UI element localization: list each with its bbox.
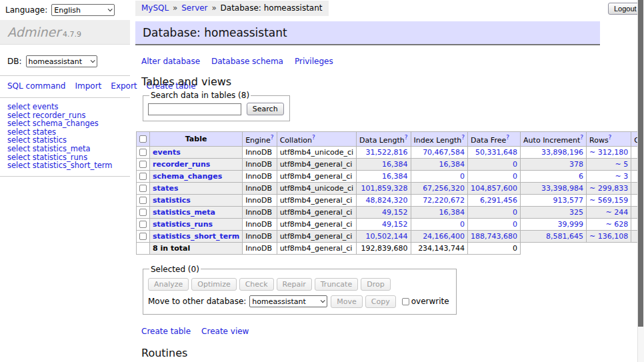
link-create-table[interactable]: Create table [141, 327, 191, 336]
help-link[interactable]: ? [580, 134, 583, 141]
action-link-privileges[interactable]: Privileges [295, 57, 333, 66]
data-length-link[interactable]: 31,522,816 [366, 148, 408, 157]
data-free-link[interactable]: 0 [513, 208, 517, 217]
sidebar-link-sql-command[interactable]: SQL command [7, 81, 65, 91]
action-link-database-schema[interactable]: Database schema [211, 57, 283, 66]
rows-link[interactable]: ~ 299,833 [589, 184, 628, 193]
row-checkbox[interactable] [139, 197, 147, 204]
auto-increment-link[interactable]: 325 [569, 208, 583, 217]
table-name-link[interactable]: events [153, 148, 181, 157]
help-link[interactable]: ? [506, 134, 509, 141]
data-free-link[interactable]: 104,857,600 [471, 184, 517, 193]
vertical-scrollbar-thumb[interactable] [638, 0, 643, 327]
row-checkbox[interactable] [139, 161, 147, 168]
table-name-link[interactable]: states [153, 184, 179, 193]
auto-increment-link[interactable]: 39,999 [558, 220, 584, 229]
routines-heading: Routines [141, 347, 602, 359]
sidebar-select-schema_changes[interactable]: select schema_changes [7, 119, 130, 128]
check-button[interactable]: Check [239, 278, 274, 291]
data-free-link[interactable]: 0 [513, 220, 517, 229]
overwrite-checkbox[interactable] [402, 298, 409, 305]
analyze-button[interactable]: Analyze [148, 278, 189, 291]
table-name-link[interactable]: schema_changes [153, 172, 222, 181]
help-link[interactable]: ? [461, 134, 465, 141]
data-length-link[interactable]: 16,384 [382, 160, 408, 169]
total-data-length-cell: 192,839,680 [357, 242, 411, 254]
data-free-link[interactable]: 0 [513, 172, 517, 181]
breadcrumb-mysql-link[interactable]: MySQL [141, 3, 169, 13]
help-link[interactable]: ? [405, 134, 408, 141]
sidebar-link-import[interactable]: Import [75, 81, 101, 91]
sidebar-select-events[interactable]: select events [7, 103, 130, 111]
index-length-link[interactable]: 0 [460, 220, 465, 229]
move-db-select[interactable]: homeassistant [249, 295, 327, 307]
total-collation-cell: utf8mb4_general_ci [277, 242, 356, 254]
link-create-view[interactable]: Create view [201, 327, 249, 336]
row-checkbox[interactable] [139, 233, 147, 240]
table-name-link[interactable]: statistics_meta [153, 208, 215, 217]
auto-increment-link[interactable]: 6 [579, 172, 583, 181]
help-link[interactable]: ? [271, 134, 274, 141]
row-checkbox[interactable] [139, 209, 147, 216]
move-button[interactable]: Move [331, 295, 363, 308]
table-name-cell: statistics_meta [150, 206, 243, 218]
row-checkbox[interactable] [139, 221, 147, 228]
rows-link[interactable]: ~ 628 [605, 220, 628, 229]
rows-link[interactable]: ~ 3 [615, 172, 628, 181]
index-length-link[interactable]: 16,384 [439, 208, 465, 217]
action-link-alter-database[interactable]: Alter database [141, 57, 200, 66]
table-name-link[interactable]: statistics_short_term [153, 232, 239, 241]
sidebar-link-export[interactable]: Export [111, 81, 137, 91]
auto-increment-link[interactable]: 33,398,984 [541, 184, 583, 193]
language-select[interactable]: English [51, 4, 115, 16]
data-length-link[interactable]: 10,502,144 [366, 232, 408, 241]
index-length-link[interactable]: 0 [460, 172, 465, 181]
vertical-scrollbar-track[interactable] [637, 0, 644, 362]
data-length-link[interactable]: 49,152 [382, 220, 408, 229]
data-length-link[interactable]: 49,152 [382, 208, 408, 217]
select-all-checkbox[interactable] [139, 135, 147, 143]
search-input[interactable] [148, 103, 241, 115]
breadcrumb-server-link[interactable]: Server [181, 3, 207, 13]
table-name-link[interactable]: statistics_runs [153, 220, 213, 229]
rows-link[interactable]: ~ 136,108 [589, 232, 628, 241]
auto-increment-link[interactable]: 913,577 [553, 196, 584, 205]
index-length-link[interactable]: 70,467,584 [423, 148, 465, 157]
db-select-wrap: homeassistant [26, 55, 97, 67]
data-free-link[interactable]: 6,291,456 [480, 196, 517, 205]
index-length-link[interactable]: 67,256,320 [423, 184, 465, 193]
row-checkbox[interactable] [139, 149, 147, 156]
rows-link[interactable]: ~ 312,180 [589, 148, 628, 157]
data-free-link[interactable]: 188,743,680 [471, 232, 517, 241]
row-checkbox[interactable] [139, 173, 147, 180]
row-checkbox[interactable] [139, 185, 147, 192]
table-name-link[interactable]: statistics [153, 196, 191, 205]
help-link[interactable]: ? [609, 134, 612, 141]
index-length-link[interactable]: 16,384 [439, 160, 465, 169]
data-length-link[interactable]: 101,859,328 [361, 184, 408, 193]
repair-button[interactable]: Repair [277, 278, 312, 291]
drop-button[interactable]: Drop [361, 278, 390, 291]
auto-increment-link[interactable]: 8,581,645 [546, 232, 583, 241]
index-length-link[interactable]: 24,166,400 [423, 232, 465, 241]
sidebar-select-statistics_short_term[interactable]: select statistics_short_term [7, 161, 130, 170]
rows-link[interactable]: ~ 5 [615, 160, 628, 169]
db-select[interactable]: homeassistant [26, 55, 97, 67]
search-button[interactable]: Search [247, 103, 284, 115]
auto-increment-link[interactable]: 378 [569, 160, 583, 169]
data-length-link[interactable]: 16,384 [382, 172, 408, 181]
data-free-link[interactable]: 0 [513, 160, 517, 169]
copy-button[interactable]: Copy [365, 295, 396, 308]
sidebar-select-statistics_meta[interactable]: select statistics_meta [7, 145, 130, 153]
auto-increment-link[interactable]: 33,898,196 [541, 148, 583, 157]
table-name-link[interactable]: recorder_runs [153, 160, 210, 169]
breadcrumb-separator: » [211, 3, 216, 13]
rows-link[interactable]: ~ 569,159 [589, 196, 628, 205]
index-length-link[interactable]: 72,220,672 [423, 196, 465, 205]
data-free-link[interactable]: 50,331,648 [475, 148, 517, 157]
rows-link[interactable]: ~ 244 [605, 208, 628, 217]
optimize-button[interactable]: Optimize [191, 278, 236, 291]
data-length-link[interactable]: 48,824,320 [366, 196, 408, 205]
truncate-button[interactable]: Truncate [315, 278, 358, 291]
help-link[interactable]: ? [312, 134, 315, 141]
